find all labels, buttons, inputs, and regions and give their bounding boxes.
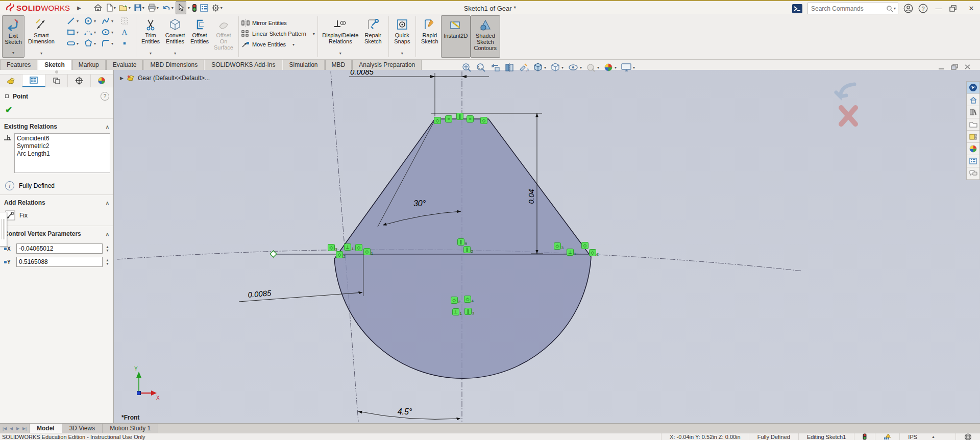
apply-scene-button[interactable]: ▾ xyxy=(603,62,617,73)
instant2d-button[interactable]: Instant2D xyxy=(441,15,471,58)
view-orientation-button[interactable]: ▾ xyxy=(532,62,547,73)
quick-snaps-button[interactable]: Quick Snaps ▾ xyxy=(391,15,413,58)
annotations-visibility-button[interactable]: A xyxy=(518,62,529,73)
sketch-origin-triad[interactable]: Y X xyxy=(134,366,160,401)
unit-system-caret[interactable]: ▲ xyxy=(932,435,935,438)
hide-show-items-button[interactable]: ▾ xyxy=(567,62,582,73)
relation-item[interactable]: Coincident6 xyxy=(17,135,108,142)
polygon-tool-button[interactable]: ▾ xyxy=(81,39,99,48)
tab-featuremanager[interactable] xyxy=(0,75,22,87)
model-tab-3d-views[interactable]: 3D Views xyxy=(62,424,103,433)
search-caret[interactable]: ▾ xyxy=(894,6,896,11)
edit-appearance-caret[interactable]: ▾ xyxy=(597,65,599,70)
relation-badge[interactable]: ◇3 xyxy=(328,245,338,252)
select-tool-caret[interactable]: ▾ xyxy=(188,6,190,10)
taskpane-design-library-button[interactable] xyxy=(967,131,979,143)
taskpane-resources-button[interactable] xyxy=(967,106,979,118)
properties-button[interactable] xyxy=(199,2,209,14)
arc-tool-caret[interactable]: ▾ xyxy=(94,30,96,35)
move-entities-button[interactable]: Move Entities ▾ xyxy=(241,40,315,49)
move-entities-caret[interactable]: ▾ xyxy=(292,42,295,47)
open-button[interactable]: ▾ xyxy=(118,2,132,14)
line-tool-button[interactable]: ▾ xyxy=(64,16,81,26)
edit-appearance-button[interactable]: ▾ xyxy=(585,62,600,73)
command-tab-solidworks-add-ins[interactable]: SOLIDWORKS Add-Ins xyxy=(205,60,282,70)
model-tab-motion-study-1[interactable]: Motion Study 1 xyxy=(103,424,158,433)
feature-tree-flyout[interactable]: ▶ Gear (Default<<Default>... xyxy=(120,75,210,82)
spline-tool-caret[interactable]: ▾ xyxy=(111,19,113,23)
command-console-icon[interactable] xyxy=(792,4,802,13)
shaded-sketch-contours-button[interactable]: Shaded Sketch Contours xyxy=(471,15,500,58)
linear-sketch-pattern-button[interactable]: Linear Sketch Pattern ▾ xyxy=(241,29,315,38)
relation-badge[interactable]: ◇ xyxy=(434,117,441,124)
add-relations-group[interactable]: Add Relations ∧ xyxy=(0,195,113,208)
tab-scroll-last[interactable]: ▶| xyxy=(21,426,28,431)
relations-list[interactable]: Coincident6Symmetric2Arc Length1 xyxy=(14,133,110,173)
hide-show-caret[interactable]: ▾ xyxy=(580,65,582,70)
select-tool-button[interactable] xyxy=(176,1,186,14)
x-spinner[interactable]: ▲▼ xyxy=(106,245,109,252)
y-spinner[interactable]: ▲▼ xyxy=(106,258,109,265)
previous-view-button[interactable] xyxy=(489,62,501,73)
help-circle-icon[interactable]: ? xyxy=(101,92,109,101)
relation-badge[interactable]: ∥ xyxy=(457,113,463,120)
performance-indicator[interactable] xyxy=(854,433,875,440)
brand-flyout-arrow[interactable]: ▶ xyxy=(77,5,81,11)
tab-dimxpertmanager[interactable] xyxy=(68,75,90,87)
zoom-area-button[interactable] xyxy=(475,62,486,73)
convert-entities-caret[interactable]: ▾ xyxy=(174,51,176,57)
repair-sketch-button[interactable]: Repair Sketch xyxy=(360,15,386,58)
slot-tool-caret[interactable]: ▾ xyxy=(77,41,79,46)
command-tab-mbd[interactable]: MBD xyxy=(325,60,352,70)
view-orientation-caret[interactable]: ▾ xyxy=(544,65,546,70)
mirror-entities-button[interactable]: Mirror Entities xyxy=(241,18,315,28)
tab-scroll-first[interactable]: |◀ xyxy=(2,426,8,431)
x-parameter-input[interactable] xyxy=(16,243,103,254)
exit-sketch-button[interactable]: Exit Sketch ▾ xyxy=(2,15,24,58)
tab-propertymanager[interactable] xyxy=(22,75,45,87)
diagnostics-indicator[interactable] xyxy=(875,433,899,440)
display-delete-caret[interactable]: ▾ xyxy=(339,51,341,57)
fix-relation-row[interactable]: Fix xyxy=(0,208,113,226)
relation-badge[interactable]: ◇ xyxy=(582,242,589,249)
taskpane-home-button[interactable] xyxy=(967,94,979,106)
confirmation-corner[interactable] xyxy=(832,81,863,128)
ok-check-button[interactable]: ✔ xyxy=(5,105,12,115)
model-tab-model[interactable]: Model xyxy=(30,424,62,433)
command-tab-analysis-preparation[interactable]: Analysis Preparation xyxy=(352,60,422,70)
options-button[interactable]: ▾ xyxy=(210,2,224,14)
confirm-cancel-icon[interactable] xyxy=(841,108,855,124)
confirm-exit-sketch-icon[interactable] xyxy=(836,84,854,96)
exit-sketch-flyout-caret[interactable]: ▾ xyxy=(12,50,14,56)
undo-button[interactable]: ▾ xyxy=(161,2,175,14)
command-tab-features[interactable]: Features xyxy=(0,60,37,70)
quick-snaps-caret[interactable]: ▾ xyxy=(401,51,403,57)
display-delete-relations-button[interactable]: Display/Delete Relations ▾ xyxy=(321,15,360,58)
zoom-fit-button[interactable] xyxy=(461,62,472,73)
slot-tool-button[interactable]: ▾ xyxy=(64,39,81,48)
search-commands-input[interactable] xyxy=(810,5,886,13)
rectangle-tool-caret[interactable]: ▾ xyxy=(77,30,79,35)
view-settings-button[interactable]: ▾ xyxy=(620,62,635,73)
unit-system[interactable]: IPS ▲ xyxy=(899,433,955,440)
tab-displaymanager[interactable] xyxy=(91,75,113,87)
control-vertex-collapse-icon[interactable]: ∧ xyxy=(106,231,109,237)
minimize-window-button[interactable]: — xyxy=(933,5,944,12)
line-tool-caret[interactable]: ▾ xyxy=(77,19,79,23)
circle-tool-caret[interactable]: ▾ xyxy=(94,19,96,23)
y-parameter-input[interactable] xyxy=(16,257,103,267)
search-icon[interactable] xyxy=(886,5,893,12)
fillet-tool-button[interactable]: ▾ xyxy=(99,39,116,48)
doc-minimize-icon[interactable] xyxy=(938,64,945,70)
command-tab-markup[interactable]: Markup xyxy=(72,60,106,70)
save-button[interactable]: ▾ xyxy=(133,2,145,14)
apply-scene-caret[interactable]: ▾ xyxy=(615,65,617,70)
polygon-tool-caret[interactable]: ▾ xyxy=(94,41,96,46)
relation-item[interactable]: Arc Length1 xyxy=(17,150,108,158)
convert-entities-button[interactable]: Convert Entities ▾ xyxy=(162,15,188,58)
relation-badge[interactable]: = xyxy=(446,116,452,123)
print-button[interactable]: ▾ xyxy=(146,2,160,14)
tags-button[interactable] xyxy=(955,433,980,440)
relation-badge[interactable]: = xyxy=(467,116,474,123)
linear-pattern-caret[interactable]: ▾ xyxy=(313,32,315,36)
